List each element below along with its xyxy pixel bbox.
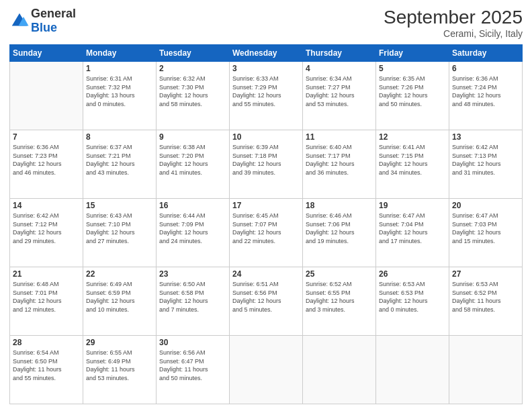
- day-info: Sunrise: 6:51 AM Sunset: 6:56 PM Dayligh…: [232, 280, 300, 314]
- table-row: 30Sunrise: 6:56 AM Sunset: 6:47 PM Dayli…: [157, 336, 230, 404]
- day-number: 23: [159, 269, 226, 279]
- calendar-week-row: 7Sunrise: 6:36 AM Sunset: 7:23 PM Daylig…: [10, 130, 523, 199]
- day-info: Sunrise: 6:53 AM Sunset: 6:52 PM Dayligh…: [452, 280, 519, 314]
- day-number: 28: [13, 338, 80, 347]
- day-number: 24: [232, 269, 300, 279]
- day-number: 15: [86, 201, 153, 210]
- day-number: 16: [159, 201, 226, 210]
- table-row: 18Sunrise: 6:46 AM Sunset: 7:06 PM Dayli…: [303, 199, 376, 267]
- day-info: Sunrise: 6:56 AM Sunset: 6:47 PM Dayligh…: [159, 349, 226, 382]
- calendar-week-row: 28Sunrise: 6:54 AM Sunset: 6:50 PM Dayli…: [10, 336, 523, 404]
- col-monday: Monday: [83, 45, 157, 62]
- day-info: Sunrise: 6:39 AM Sunset: 7:18 PM Dayligh…: [232, 143, 300, 177]
- day-info: Sunrise: 6:32 AM Sunset: 7:30 PM Dayligh…: [159, 75, 226, 108]
- day-info: Sunrise: 6:46 AM Sunset: 7:06 PM Dayligh…: [306, 212, 373, 245]
- day-info: Sunrise: 6:41 AM Sunset: 7:15 PM Dayligh…: [379, 143, 446, 177]
- month-title: September 2025: [384, 7, 523, 28]
- table-row: [376, 336, 449, 404]
- day-number: 22: [86, 269, 153, 279]
- table-row: 24Sunrise: 6:51 AM Sunset: 6:56 PM Dayli…: [230, 267, 303, 336]
- day-number: 10: [232, 132, 300, 142]
- calendar-week-row: 21Sunrise: 6:48 AM Sunset: 7:01 PM Dayli…: [10, 267, 523, 336]
- day-number: 8: [86, 132, 153, 142]
- col-saturday: Saturday: [449, 45, 523, 62]
- day-info: Sunrise: 6:38 AM Sunset: 7:20 PM Dayligh…: [159, 143, 226, 177]
- day-info: Sunrise: 6:47 AM Sunset: 7:03 PM Dayligh…: [452, 212, 519, 245]
- logo: General Blue: [9, 7, 76, 35]
- calendar-header-row: Sunday Monday Tuesday Wednesday Thursday…: [10, 45, 523, 62]
- day-info: Sunrise: 6:37 AM Sunset: 7:21 PM Dayligh…: [86, 143, 153, 177]
- day-number: 17: [232, 201, 300, 210]
- day-number: 30: [159, 338, 226, 347]
- day-number: 9: [159, 132, 226, 142]
- table-row: [230, 336, 303, 404]
- day-number: 1: [86, 64, 153, 73]
- day-info: Sunrise: 6:40 AM Sunset: 7:17 PM Dayligh…: [306, 143, 373, 177]
- day-number: 6: [452, 64, 519, 73]
- day-number: 29: [86, 338, 153, 347]
- day-info: Sunrise: 6:53 AM Sunset: 6:53 PM Dayligh…: [379, 280, 446, 314]
- table-row: 1Sunrise: 6:31 AM Sunset: 7:32 PM Daylig…: [83, 62, 157, 130]
- table-row: 12Sunrise: 6:41 AM Sunset: 7:15 PM Dayli…: [376, 130, 449, 199]
- table-row: 26Sunrise: 6:53 AM Sunset: 6:53 PM Dayli…: [376, 267, 449, 336]
- calendar-week-row: 1Sunrise: 6:31 AM Sunset: 7:32 PM Daylig…: [10, 62, 523, 130]
- day-number: 25: [306, 269, 373, 279]
- day-number: 20: [452, 201, 519, 210]
- col-thursday: Thursday: [303, 45, 376, 62]
- day-number: 21: [13, 269, 80, 279]
- day-info: Sunrise: 6:42 AM Sunset: 7:12 PM Dayligh…: [13, 212, 80, 245]
- table-row: 3Sunrise: 6:33 AM Sunset: 7:29 PM Daylig…: [230, 62, 303, 130]
- table-row: 16Sunrise: 6:44 AM Sunset: 7:09 PM Dayli…: [157, 199, 230, 267]
- day-number: 27: [452, 269, 519, 279]
- table-row: 9Sunrise: 6:38 AM Sunset: 7:20 PM Daylig…: [157, 130, 230, 199]
- table-row: [303, 336, 376, 404]
- table-row: 14Sunrise: 6:42 AM Sunset: 7:12 PM Dayli…: [10, 199, 83, 267]
- day-info: Sunrise: 6:42 AM Sunset: 7:13 PM Dayligh…: [452, 143, 519, 177]
- day-number: 4: [306, 64, 373, 73]
- logo-blue-text: Blue: [31, 21, 57, 34]
- table-row: 27Sunrise: 6:53 AM Sunset: 6:52 PM Dayli…: [449, 267, 523, 336]
- table-row: [449, 336, 523, 404]
- table-row: 4Sunrise: 6:34 AM Sunset: 7:27 PM Daylig…: [303, 62, 376, 130]
- logo-icon: [9, 11, 30, 31]
- day-info: Sunrise: 6:52 AM Sunset: 6:55 PM Dayligh…: [306, 280, 373, 314]
- calendar-table: Sunday Monday Tuesday Wednesday Thursday…: [9, 44, 523, 404]
- day-number: 2: [159, 64, 226, 73]
- table-row: 23Sunrise: 6:50 AM Sunset: 6:58 PM Dayli…: [157, 267, 230, 336]
- title-block: September 2025 Cerami, Sicily, Italy: [384, 7, 523, 39]
- day-number: 11: [306, 132, 373, 142]
- day-number: 18: [306, 201, 373, 210]
- table-row: 22Sunrise: 6:49 AM Sunset: 6:59 PM Dayli…: [83, 267, 157, 336]
- calendar-week-row: 14Sunrise: 6:42 AM Sunset: 7:12 PM Dayli…: [10, 199, 523, 267]
- col-wednesday: Wednesday: [230, 45, 303, 62]
- col-tuesday: Tuesday: [157, 45, 230, 62]
- day-info: Sunrise: 6:48 AM Sunset: 7:01 PM Dayligh…: [13, 280, 80, 314]
- day-info: Sunrise: 6:43 AM Sunset: 7:10 PM Dayligh…: [86, 212, 153, 245]
- day-info: Sunrise: 6:31 AM Sunset: 7:32 PM Dayligh…: [86, 75, 153, 108]
- day-info: Sunrise: 6:35 AM Sunset: 7:26 PM Dayligh…: [379, 75, 446, 108]
- day-info: Sunrise: 6:47 AM Sunset: 7:04 PM Dayligh…: [379, 212, 446, 245]
- day-info: Sunrise: 6:36 AM Sunset: 7:24 PM Dayligh…: [452, 75, 519, 108]
- day-number: 7: [13, 132, 80, 142]
- table-row: 21Sunrise: 6:48 AM Sunset: 7:01 PM Dayli…: [10, 267, 83, 336]
- table-row: 10Sunrise: 6:39 AM Sunset: 7:18 PM Dayli…: [230, 130, 303, 199]
- table-row: 15Sunrise: 6:43 AM Sunset: 7:10 PM Dayli…: [83, 199, 157, 267]
- table-row: 20Sunrise: 6:47 AM Sunset: 7:03 PM Dayli…: [449, 199, 523, 267]
- day-info: Sunrise: 6:33 AM Sunset: 7:29 PM Dayligh…: [232, 75, 300, 108]
- day-info: Sunrise: 6:50 AM Sunset: 6:58 PM Dayligh…: [159, 280, 226, 314]
- day-number: 5: [379, 64, 446, 73]
- day-number: 26: [379, 269, 446, 279]
- table-row: 7Sunrise: 6:36 AM Sunset: 7:23 PM Daylig…: [10, 130, 83, 199]
- table-row: [10, 62, 83, 130]
- logo-general-text: General: [31, 7, 76, 20]
- col-friday: Friday: [376, 45, 449, 62]
- day-info: Sunrise: 6:55 AM Sunset: 6:49 PM Dayligh…: [86, 349, 153, 382]
- table-row: 29Sunrise: 6:55 AM Sunset: 6:49 PM Dayli…: [83, 336, 157, 404]
- table-row: 13Sunrise: 6:42 AM Sunset: 7:13 PM Dayli…: [449, 130, 523, 199]
- col-sunday: Sunday: [10, 45, 83, 62]
- table-row: 11Sunrise: 6:40 AM Sunset: 7:17 PM Dayli…: [303, 130, 376, 199]
- page: General Blue September 2025 Cerami, Sici…: [0, 0, 532, 411]
- header: General Blue September 2025 Cerami, Sici…: [9, 7, 523, 39]
- table-row: 28Sunrise: 6:54 AM Sunset: 6:50 PM Dayli…: [10, 336, 83, 404]
- day-info: Sunrise: 6:54 AM Sunset: 6:50 PM Dayligh…: [13, 349, 80, 382]
